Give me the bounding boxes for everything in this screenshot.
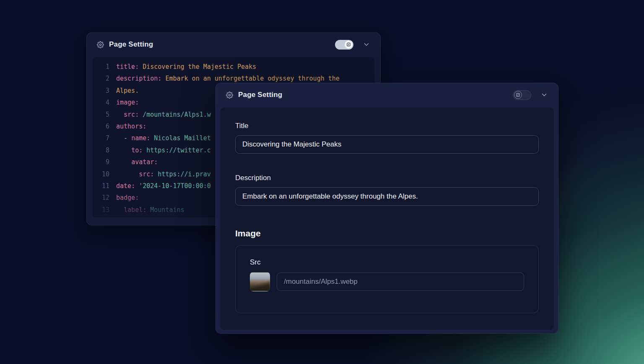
toggle-knob	[514, 91, 522, 99]
title-label: Title	[235, 122, 539, 130]
gear-icon	[226, 92, 233, 99]
editor-panel-header: Page Setting	[87, 33, 380, 56]
editor-header-title-group: Page Setting	[97, 40, 335, 49]
form-header-title-group: Page Setting	[226, 91, 513, 99]
image-group-box: Src	[235, 245, 539, 313]
image-section-heading: Image	[235, 228, 539, 238]
toggle-knob-icon	[516, 93, 520, 97]
code-view-toggle[interactable]	[335, 40, 353, 50]
chevron-down-icon[interactable]	[540, 91, 548, 99]
description-input[interactable]	[235, 187, 539, 206]
panel-title: Page Setting	[238, 91, 282, 99]
toggle-knob-icon	[346, 42, 351, 47]
form-panel-header: Page Setting	[216, 83, 558, 107]
toggle-knob	[345, 41, 353, 49]
chevron-down-icon[interactable]	[363, 41, 370, 48]
code-view-toggle[interactable]	[513, 90, 531, 100]
page-setting-form: Title Description Image Src	[220, 107, 554, 330]
image-thumbnail	[250, 272, 270, 291]
page-setting-form-panel: Page Setting Title Description Image Src	[216, 83, 558, 334]
description-label: Description	[235, 174, 539, 182]
src-label: Src	[250, 258, 524, 267]
src-input[interactable]	[277, 272, 524, 291]
panel-title: Page Setting	[109, 40, 153, 49]
code-line: 1title: Discovering the Majestic Peaks	[98, 61, 374, 73]
title-input[interactable]	[235, 135, 539, 154]
src-row	[250, 272, 524, 291]
gear-icon	[97, 41, 104, 48]
